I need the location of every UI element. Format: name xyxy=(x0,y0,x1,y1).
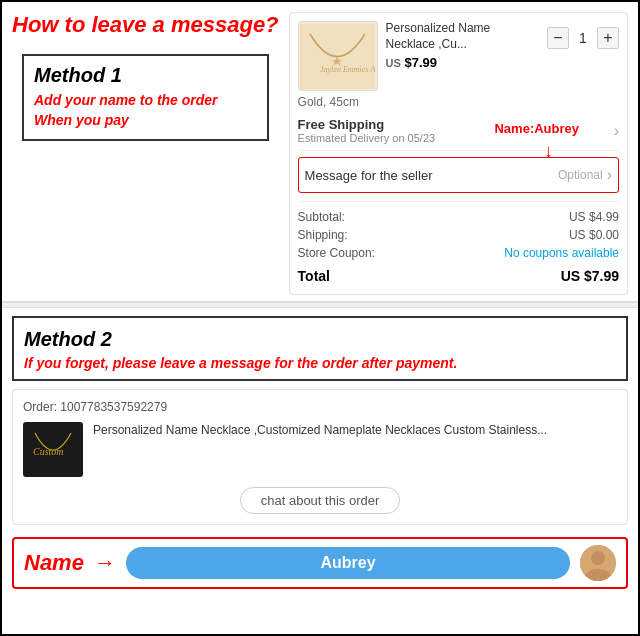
message-optional: Optional xyxy=(558,168,603,182)
svg-text:Jaylen Emmiex Amadeo: Jaylen Emmiex Amadeo xyxy=(320,65,375,74)
shipping-label: Free Shipping xyxy=(298,117,436,132)
coupon-value[interactable]: No coupons available xyxy=(504,246,619,260)
coupon-row: Store Coupon: No coupons available xyxy=(298,244,619,262)
how-to-title: How to leave a message? xyxy=(12,12,279,38)
quantity-increase-button[interactable]: + xyxy=(597,27,619,49)
shipping-cost-row: Shipping: US $0.00 xyxy=(298,226,619,244)
variant-text: Gold, 45cm xyxy=(298,95,619,109)
order-number: Order: 1007783537592279 xyxy=(23,400,617,414)
method2-desc: If you forget, please leave a message fo… xyxy=(24,355,616,371)
name-label: Name xyxy=(24,550,84,576)
svg-point-5 xyxy=(591,551,605,565)
order-product-row: Custom Personalized Name Necklace ,Custo… xyxy=(23,422,617,477)
chat-about-order-button[interactable]: chat about this order xyxy=(240,487,401,514)
method1-desc: Add your name to the order When you pay xyxy=(34,91,257,130)
method2-section: Method 2 If you forget, please leave a m… xyxy=(12,316,628,381)
message-for-seller-row[interactable]: Message for the seller Optional › xyxy=(298,157,619,193)
shipping-cost-value: US $0.00 xyxy=(569,228,619,242)
order-product-name: Personalized Name Necklace ,Customized N… xyxy=(93,422,617,439)
order-card: Order: 1007783537592279 Custom Personali… xyxy=(12,389,628,525)
chat-btn-row: chat about this order xyxy=(23,487,617,514)
product-row: Jaylen Emmiex Amadeo Personalized Name N… xyxy=(298,21,619,91)
avatar xyxy=(580,545,616,581)
name-annotation: Name:Aubrey xyxy=(494,121,579,136)
subtotal-label: Subtotal: xyxy=(298,210,345,224)
product-info: Personalized Name Necklace ,Cu... US $7.… xyxy=(386,21,535,70)
message-label: Message for the seller xyxy=(305,168,433,183)
order-product-image: Custom xyxy=(23,422,83,477)
top-section: How to leave a message? Method 1 Add you… xyxy=(2,2,638,302)
product-name: Personalized Name Necklace ,Cu... xyxy=(386,21,535,52)
subtotal-value: US $4.99 xyxy=(569,210,619,224)
shipping-cost-label: Shipping: xyxy=(298,228,348,242)
name-arrow-row: Name → Aubrey xyxy=(12,537,628,589)
method2-title: Method 2 xyxy=(24,328,616,351)
arrow-down-icon: ↓ xyxy=(544,141,553,162)
total-label: Total xyxy=(298,268,330,284)
method1-box: Method 1 Add your name to the order When… xyxy=(22,54,269,140)
total-row: Total US $7.99 xyxy=(298,266,619,286)
product-price: US $7.99 xyxy=(386,55,535,70)
totals-section: Subtotal: US $4.99 Shipping: US $0.00 St… xyxy=(298,201,619,286)
subtotal-row: Subtotal: US $4.99 xyxy=(298,208,619,226)
quantity-row: − 1 + xyxy=(547,27,619,49)
aubrey-bubble: Aubrey xyxy=(126,547,570,579)
arrow-right-icon: → xyxy=(94,550,116,576)
method1-title: Method 1 xyxy=(34,64,257,87)
product-image: Jaylen Emmiex Amadeo xyxy=(298,21,378,91)
product-card: Name:Aubrey ↓ Jaylen Emmiex Amadeo xyxy=(289,12,628,295)
message-chevron-icon: › xyxy=(607,166,612,184)
coupon-label: Store Coupon: xyxy=(298,246,375,260)
shipping-delivery: Estimated Delivery on 05/23 xyxy=(298,132,436,144)
section-divider xyxy=(2,302,638,308)
shipping-chevron-icon: › xyxy=(614,122,619,140)
quantity-value: 1 xyxy=(575,30,591,46)
quantity-decrease-button[interactable]: − xyxy=(547,27,569,49)
total-value: US $7.99 xyxy=(561,268,619,284)
